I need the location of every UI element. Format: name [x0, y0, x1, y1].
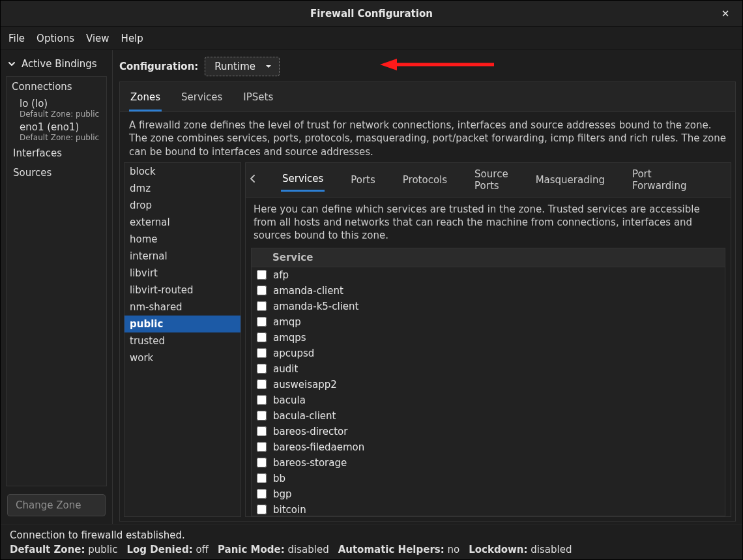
- service-checkbox[interactable]: [257, 348, 267, 358]
- service-checkbox[interactable]: [257, 364, 267, 374]
- service-row[interactable]: bareos-director: [252, 424, 725, 439]
- zone-item-libvirt[interactable]: libvirt: [124, 265, 240, 282]
- service-checkbox[interactable]: [257, 426, 267, 436]
- chevron-left-icon: [250, 174, 256, 186]
- service-name: bacula: [273, 394, 306, 406]
- connection-item[interactable]: lo (lo) Default Zone: public: [7, 96, 106, 120]
- service-row[interactable]: afp: [252, 267, 725, 283]
- chevron-down-icon: [7, 59, 16, 68]
- chevron-down-icon: [265, 63, 272, 70]
- services-description: Here you can define which services are t…: [246, 198, 731, 245]
- service-checkbox[interactable]: [257, 379, 267, 389]
- service-name: audit: [273, 363, 298, 375]
- service-checkbox[interactable]: [257, 395, 267, 405]
- tab-zones[interactable]: Zones: [129, 87, 162, 111]
- zone-item-nm-shared[interactable]: nm-shared: [124, 299, 240, 316]
- menu-options[interactable]: Options: [36, 33, 74, 44]
- service-name: afp: [273, 269, 289, 281]
- content-box: Zones Services IPSets A firewalld zone d…: [119, 81, 736, 522]
- service-row[interactable]: ausweisapp2: [252, 377, 725, 392]
- subtab-port-forwarding[interactable]: Port Forwarding: [631, 163, 688, 197]
- zone-item-work[interactable]: work: [124, 349, 240, 366]
- service-row[interactable]: bb: [252, 471, 725, 486]
- zone-item-drop[interactable]: drop: [124, 197, 240, 214]
- app-window: Firewall Configuration ✕ File Options Vi…: [0, 0, 743, 560]
- service-checkbox[interactable]: [257, 458, 267, 467]
- connection-name: eno1 (eno1): [20, 121, 101, 133]
- service-row[interactable]: bareos-storage: [252, 455, 725, 471]
- service-row[interactable]: audit: [252, 361, 725, 377]
- subtab-masquerading[interactable]: Masquerading: [534, 169, 606, 191]
- configuration-label: Configuration:: [119, 61, 198, 72]
- service-name: bitcoin: [273, 504, 306, 516]
- service-row[interactable]: amqp: [252, 314, 725, 330]
- service-checkbox[interactable]: [257, 442, 267, 452]
- change-zone-button[interactable]: Change Zone: [7, 494, 106, 516]
- service-row[interactable]: bacula: [252, 392, 725, 408]
- service-row[interactable]: apcupsd: [252, 346, 725, 361]
- menu-file[interactable]: File: [8, 33, 25, 44]
- service-row[interactable]: bareos-filedaemon: [252, 439, 725, 455]
- status-log-denied: Log Denied: off: [126, 544, 208, 555]
- service-checkbox[interactable]: [257, 505, 267, 514]
- service-checkbox[interactable]: [257, 286, 267, 295]
- zone-item-block[interactable]: block: [124, 163, 240, 180]
- service-checkbox[interactable]: [257, 473, 267, 483]
- configuration-dropdown[interactable]: Runtime: [205, 57, 280, 76]
- services-col-service: Service: [272, 252, 313, 263]
- subtab-source-ports[interactable]: Source Ports: [473, 163, 510, 197]
- service-checkbox[interactable]: [257, 317, 267, 327]
- status-automatic-helpers: Automatic Helpers: no: [338, 544, 460, 555]
- configuration-row: Configuration: Runtime: [119, 54, 736, 81]
- service-name: amqp: [273, 316, 301, 328]
- service-checkbox[interactable]: [257, 411, 267, 420]
- zone-sub-tabs: Services Ports Protocols Source Ports Ma…: [246, 163, 731, 198]
- service-name: apcupsd: [273, 347, 314, 359]
- service-row[interactable]: bgp: [252, 486, 725, 502]
- service-checkbox[interactable]: [257, 301, 267, 311]
- status-connection: Connection to firewalld established.: [10, 529, 733, 541]
- service-name: ausweisapp2: [273, 379, 337, 391]
- tabs-scroll-left[interactable]: [250, 169, 256, 191]
- service-row[interactable]: amanda-k5-client: [252, 299, 725, 314]
- interfaces-heading: Interfaces: [7, 143, 106, 163]
- connection-name: lo (lo): [20, 98, 101, 110]
- tab-services[interactable]: Services: [180, 87, 224, 111]
- active-bindings-toggle[interactable]: Active Bindings: [1, 54, 112, 74]
- service-name: amqps: [273, 332, 306, 344]
- subtab-services[interactable]: Services: [281, 168, 325, 192]
- services-rows[interactable]: afpamanda-clientamanda-k5-clientamqpamqp…: [252, 267, 725, 516]
- status-lockdown: Lockdown: disabled: [469, 544, 572, 555]
- zone-list[interactable]: blockdmzdropexternalhomeinternallibvirtl…: [124, 162, 241, 517]
- close-button[interactable]: ✕: [719, 7, 732, 20]
- subtab-ports[interactable]: Ports: [349, 169, 377, 191]
- status-row: Default Zone: public Log Denied: off Pan…: [10, 544, 733, 555]
- service-name: bareos-filedaemon: [273, 441, 364, 453]
- zone-item-internal[interactable]: internal: [124, 248, 240, 265]
- menu-help[interactable]: Help: [121, 33, 143, 44]
- menu-view[interactable]: View: [86, 33, 109, 44]
- service-row[interactable]: bitcoin: [252, 502, 725, 516]
- zone-item-home[interactable]: home: [124, 231, 240, 248]
- main-panel: Configuration: Runtime Zones Services: [113, 50, 742, 525]
- service-checkbox[interactable]: [257, 489, 267, 499]
- zone-item-public[interactable]: public: [124, 316, 240, 332]
- zone-item-external[interactable]: external: [124, 214, 240, 231]
- service-row[interactable]: amanda-client: [252, 283, 725, 299]
- connections-heading: Connections: [7, 77, 106, 96]
- connection-item[interactable]: eno1 (eno1) Default Zone: public: [7, 120, 106, 143]
- service-checkbox[interactable]: [257, 332, 267, 342]
- configuration-value: Runtime: [214, 61, 255, 72]
- sources-heading: Sources: [7, 163, 106, 183]
- zone-item-trusted[interactable]: trusted: [124, 332, 240, 349]
- zone-item-libvirt-routed[interactable]: libvirt-routed: [124, 282, 240, 299]
- active-bindings-label: Active Bindings: [22, 58, 97, 70]
- service-name: bareos-storage: [273, 457, 347, 469]
- zone-item-dmz[interactable]: dmz: [124, 180, 240, 197]
- service-row[interactable]: bacula-client: [252, 408, 725, 424]
- subtab-protocols[interactable]: Protocols: [401, 169, 448, 191]
- close-icon: ✕: [721, 8, 730, 20]
- service-row[interactable]: amqps: [252, 330, 725, 346]
- service-checkbox[interactable]: [257, 270, 267, 280]
- tab-ipsets[interactable]: IPSets: [242, 87, 274, 111]
